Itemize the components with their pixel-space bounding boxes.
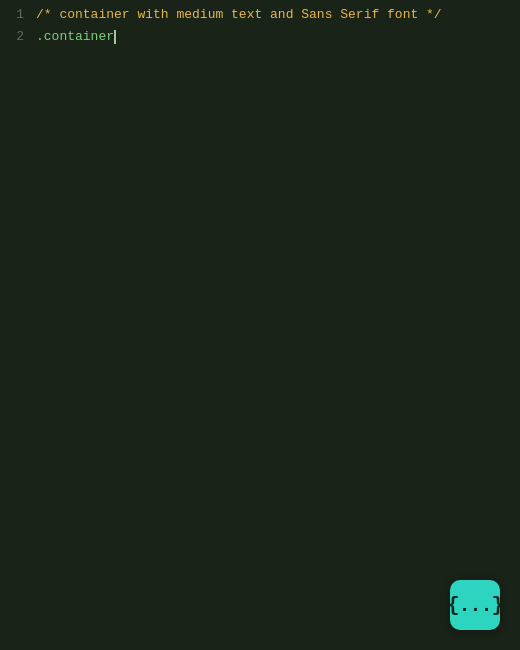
code-line-2: 2 .container [0,26,520,48]
line-content-1: /* container with medium text and Sans S… [36,4,520,26]
line-number-2: 2 [0,26,36,48]
code-line-1: 1 /* container with medium text and Sans… [0,4,520,26]
line-content-2: .container [36,26,520,48]
fab-icon: {...} [448,594,503,617]
code-area: 1 /* container with medium text and Sans… [0,0,520,52]
code-editor: 1 /* container with medium text and Sans… [0,0,520,650]
line-number-1: 1 [0,4,36,26]
text-cursor [114,30,116,44]
fab-button[interactable]: {...} [450,580,500,630]
